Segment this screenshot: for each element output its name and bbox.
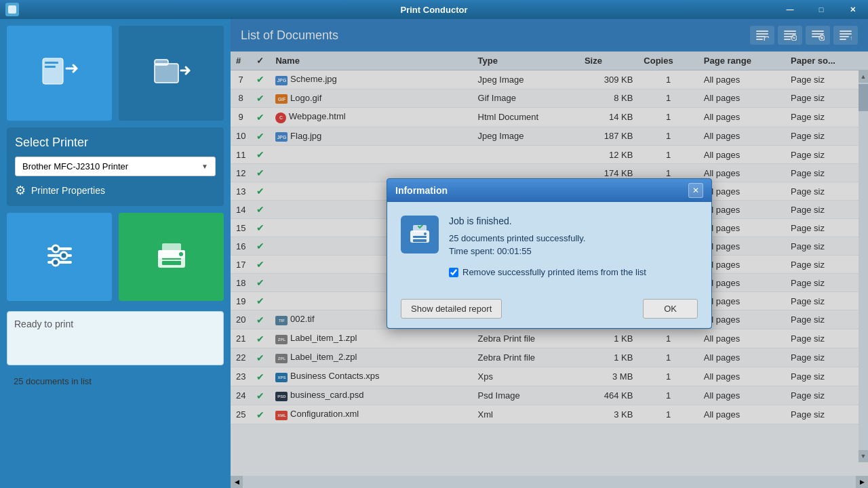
printer-dropdown[interactable]: Brother MFC-J2310 Printer ▼: [15, 157, 216, 176]
dialog-message-detail2: Time spent: 00:01:55: [449, 246, 698, 256]
dialog-close-button[interactable]: ✕: [688, 183, 703, 198]
open-list-tile[interactable]: [119, 26, 224, 121]
maximize-button[interactable]: □: [806, 0, 837, 19]
ok-button[interactable]: OK: [643, 299, 698, 319]
dialog-body: Job is finished. 25 documents printed su…: [387, 202, 711, 293]
dialog-titlebar: Information ✕: [387, 179, 711, 202]
import-files-icon: [39, 52, 80, 95]
show-report-button[interactable]: Show detailed report: [401, 299, 502, 319]
print-icon: [153, 237, 191, 277]
printer-name: Brother MFC-J2310 Printer: [22, 161, 128, 171]
sidebar-top-tiles: [7, 26, 224, 121]
import-files-tile[interactable]: [7, 26, 112, 121]
remove-items-checkbox[interactable]: [449, 268, 458, 277]
dialog-message-main: Job is finished.: [449, 216, 698, 226]
window-controls: — □ ✕: [774, 0, 868, 19]
status-text: Ready to print: [14, 319, 216, 329]
settings-tile[interactable]: [7, 213, 112, 301]
information-dialog: Information ✕: [387, 178, 712, 329]
svg-rect-14: [162, 261, 181, 265]
app-logo: [5, 3, 19, 16]
dialog-printer-icon: [401, 216, 439, 253]
dialog-footer: Show detailed report OK: [387, 293, 711, 328]
svg-rect-3: [45, 66, 56, 68]
status-box: Ready to print: [7, 311, 224, 365]
printer-properties-label: Printer Properties: [31, 185, 105, 196]
dialog-title: Information: [395, 185, 448, 196]
svg-point-10: [60, 252, 67, 259]
svg-rect-2: [45, 62, 58, 64]
settings-icon: [42, 238, 77, 276]
remove-items-checkbox-row: Remove successfully printed items from t…: [449, 267, 698, 277]
app-title: Print Conductor: [401, 5, 468, 15]
dialog-content: Job is finished. 25 documents printed su…: [449, 216, 698, 280]
gear-icon: ⚙: [15, 183, 26, 198]
sidebar-bottom-tiles: [7, 213, 224, 301]
svg-rect-43: [413, 239, 427, 242]
main-layout: Select Printer Brother MFC-J2310 Printer…: [0, 19, 868, 488]
svg-rect-4: [155, 64, 178, 83]
printer-properties-button[interactable]: ⚙ Printer Properties: [15, 183, 216, 198]
open-list-icon: [151, 52, 192, 95]
close-button[interactable]: ✕: [837, 0, 868, 19]
remove-items-label: Remove successfully printed items from t…: [462, 267, 646, 277]
svg-rect-0: [8, 5, 16, 14]
svg-point-9: [52, 245, 59, 252]
print-tile[interactable]: [119, 213, 224, 301]
svg-point-11: [52, 259, 59, 266]
dialog-overlay: Information ✕: [231, 19, 868, 488]
document-count: 25 documents in list: [7, 372, 224, 390]
svg-point-45: [424, 232, 427, 235]
select-printer-label: Select Printer: [15, 136, 216, 150]
svg-rect-5: [155, 60, 168, 65]
title-bar: Print Conductor — □ ✕: [0, 0, 868, 19]
content-area: List of Documents: [231, 19, 868, 488]
svg-rect-42: [413, 236, 427, 238]
dialog-message-detail1: 25 documents printed successfully.: [449, 233, 698, 243]
svg-point-17: [179, 252, 183, 256]
sidebar: Select Printer Brother MFC-J2310 Printer…: [0, 19, 231, 488]
minimize-button[interactable]: —: [774, 0, 806, 19]
dropdown-arrow-icon: ▼: [201, 163, 208, 170]
